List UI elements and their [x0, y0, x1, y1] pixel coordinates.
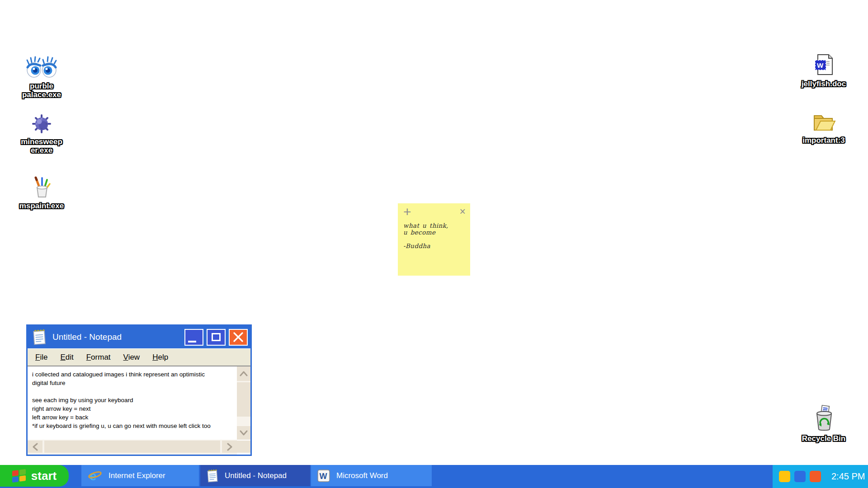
tray-orange-square-icon[interactable] [810, 471, 821, 482]
menu-item-format[interactable]: Format [86, 353, 111, 362]
desktop-icon-jellyfish-doc[interactable]: W jellyfish.doc [797, 54, 851, 88]
internet-explorer-icon: e [88, 469, 102, 483]
notepad-icon [32, 329, 47, 345]
tray-blue-square-icon[interactable] [794, 471, 806, 482]
desktop-icon-important-folder[interactable]: important:3 [797, 110, 851, 145]
taskbar-item-word[interactable]: W Microsoft Word [311, 465, 432, 486]
scroll-left-button[interactable] [28, 441, 42, 453]
menu-item-file[interactable]: File [35, 353, 47, 362]
start-button[interactable]: start [0, 465, 69, 487]
icon-label: purblepalace.exe [22, 82, 61, 99]
icon-label-line: mspaint.exe [19, 202, 64, 210]
menu-item-edit[interactable]: Edit [60, 353, 73, 362]
desktop-icon-minesweeper[interactable]: minesweeper.exe [14, 113, 69, 155]
notepad-text-line: i collected and catalogued images i thin… [32, 370, 232, 379]
chevron-left-icon [33, 443, 38, 451]
notepad-menubar: FileEditFormatViewHelp [28, 348, 250, 366]
icon-label: Recycle Bin [802, 434, 845, 443]
note-close-button[interactable]: × [460, 206, 466, 217]
vertical-scroll-thumb[interactable] [237, 382, 250, 417]
icon-label-line: important:3 [802, 136, 845, 145]
notepad-text-line: right arrow key = next [32, 404, 232, 413]
chevron-down-icon [240, 430, 248, 436]
icon-label: minesweeper.exe [21, 137, 62, 155]
sticky-note: + × what u think,u become -Buddha [398, 203, 470, 276]
icon-label-line: purble [22, 82, 61, 90]
svg-text:e: e [90, 469, 97, 483]
notepad-icon [207, 469, 218, 483]
menu-item-help[interactable]: Help [152, 353, 168, 362]
word-icon: W [317, 469, 330, 482]
note-text-line: -Buddha [403, 243, 448, 249]
svg-text:W: W [817, 61, 824, 69]
minimize-icon [188, 341, 196, 343]
scroll-down-button[interactable] [237, 426, 250, 440]
icon-label-line: Recycle Bin [802, 434, 845, 443]
desktop: purblepalace.exe minesweeper.exe mspaint… [0, 0, 868, 488]
word-document-icon: W [813, 54, 834, 76]
icon-label-line: minesweep [21, 137, 62, 146]
horizontal-scroll-thumb[interactable] [44, 441, 220, 453]
scroll-right-button[interactable] [222, 441, 237, 453]
note-text-line: what u think, [403, 222, 448, 229]
desktop-icon-recycle-bin[interactable]: Recycle Bin [797, 405, 851, 443]
notepad-text-line: *if ur keyboard is griefing u, u can go … [32, 422, 232, 430]
taskbar-item-notepad[interactable]: Untitled - Notepad [200, 465, 310, 486]
notepad-text-line [32, 387, 232, 396]
notepad-text-line: see each img by using your keyboard [32, 396, 232, 404]
windows-logo-icon [12, 469, 26, 483]
window-title: Untitled - Notepad [52, 332, 122, 342]
note-text-line [403, 236, 448, 243]
task-label: Untitled - Notepad [225, 471, 287, 480]
task-label: Internet Explorer [108, 471, 165, 480]
notepad-titlebar[interactable]: Untitled - Notepad [28, 326, 250, 348]
window-controls [184, 329, 248, 346]
minimize-button[interactable] [184, 329, 203, 346]
note-text-line: u become [403, 229, 448, 236]
icon-label-line: palace.exe [22, 90, 61, 99]
note-text: what u think,u become -Buddha [403, 222, 448, 249]
icon-label-line: jellyfish.doc [802, 80, 846, 88]
svg-text:W: W [320, 472, 327, 481]
notepad-window: Untitled - Notepad FileEditFormatViewHel… [26, 324, 252, 456]
icon-label-line: er.exe [21, 146, 62, 155]
vertical-scrollbar[interactable] [237, 366, 250, 440]
notepad-text-line: digital future [32, 379, 232, 387]
icon-label: jellyfish.doc [802, 80, 846, 88]
scrollbar-corner [237, 441, 250, 453]
start-label: start [31, 469, 57, 483]
recycle-bin-icon [811, 405, 836, 431]
icon-label: important:3 [802, 136, 845, 145]
taskbar: start e Internet Explorer Untitled - Not… [0, 465, 868, 488]
note-add-button[interactable]: + [403, 204, 411, 219]
notepad-text-line: left arrow key = back [32, 413, 232, 422]
taskbar-clock: 2:45 PM [831, 471, 865, 482]
horizontal-scrollbar[interactable] [28, 440, 237, 455]
task-label: Microsoft Word [336, 471, 388, 480]
maximize-icon [212, 333, 221, 341]
taskbar-item-internet-explorer[interactable]: e Internet Explorer [81, 465, 199, 486]
system-tray: 2:45 PM [773, 465, 868, 488]
chevron-right-icon [227, 443, 232, 451]
notepad-text-area[interactable]: i collected and catalogued images i thin… [28, 366, 237, 440]
paint-cup-icon [31, 176, 52, 198]
icon-label: mspaint.exe [19, 202, 64, 210]
menu-item-view[interactable]: View [123, 353, 140, 362]
eyes-icon [26, 53, 57, 79]
notepad-body: i collected and catalogued images i thin… [28, 366, 250, 455]
scroll-up-button[interactable] [237, 366, 250, 381]
maximize-button[interactable] [207, 329, 226, 346]
scroll-track [237, 417, 250, 426]
mine-icon [31, 113, 52, 134]
chevron-up-icon [240, 371, 248, 376]
close-button[interactable] [229, 329, 248, 346]
folder-icon [811, 110, 836, 133]
close-icon [233, 332, 244, 342]
desktop-icon-mspaint[interactable]: mspaint.exe [14, 176, 69, 210]
desktop-icon-purble-palace[interactable]: purblepalace.exe [14, 53, 69, 99]
tray-yellow-square-icon[interactable] [779, 471, 790, 482]
